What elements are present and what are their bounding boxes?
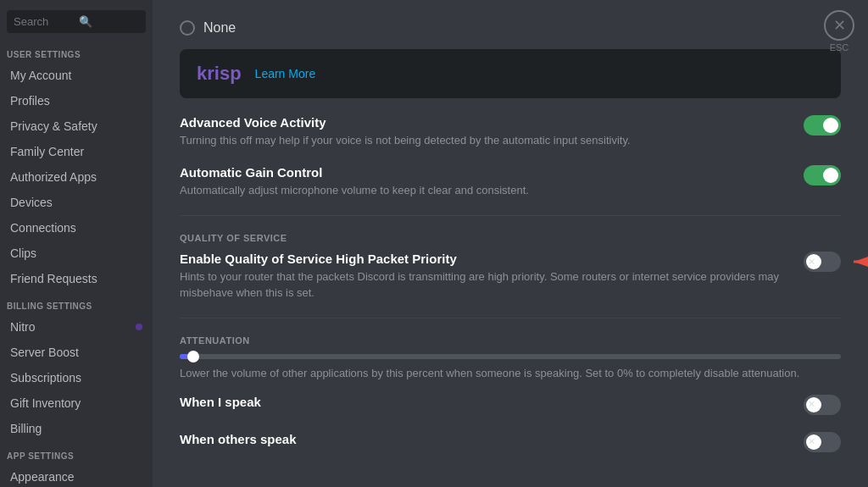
qos-section: QUALITY OF SERVICE Enable Quality of Ser… bbox=[180, 233, 841, 300]
automatic-gain-control-info: Automatic Gain Control Automatically adj… bbox=[180, 165, 804, 198]
none-radio[interactable] bbox=[180, 20, 195, 36]
sidebar-item-family-center[interactable]: Family Center bbox=[3, 140, 149, 163]
qos-info: Enable Quality of Service High Packet Pr… bbox=[180, 252, 804, 300]
red-arrow-indicator bbox=[849, 249, 868, 274]
qos-section-label: QUALITY OF SERVICE bbox=[180, 233, 841, 243]
sidebar-item-profiles[interactable]: Profiles bbox=[3, 89, 149, 113]
when-i-speak-info: When I speak bbox=[180, 395, 804, 412]
automatic-gain-control-toggle[interactable]: ✓ bbox=[804, 165, 841, 185]
attenuation-section: ATTENUATION Lower the volume of other ap… bbox=[180, 335, 841, 381]
none-option[interactable]: None bbox=[180, 20, 841, 36]
sidebar-item-friend-requests[interactable]: Friend Requests bbox=[3, 267, 149, 291]
learn-more-link[interactable]: Learn More bbox=[255, 67, 316, 80]
sidebar-item-devices[interactable]: Devices bbox=[3, 191, 149, 214]
none-label: None bbox=[203, 20, 236, 36]
krisp-banner: krisp Learn More bbox=[180, 49, 841, 98]
search-bar[interactable]: Search 🔍 bbox=[7, 10, 146, 33]
sidebar-item-nitro[interactable]: Nitro bbox=[3, 315, 149, 339]
esc-label: ESC bbox=[830, 42, 849, 53]
krisp-logo: krisp bbox=[197, 63, 242, 85]
nitro-badge bbox=[136, 324, 142, 330]
toggle-x-others: ✕ bbox=[808, 436, 815, 447]
divider-qos bbox=[180, 215, 841, 216]
main-content: ✕ ESC None krisp Learn More Advanced Voi… bbox=[153, 0, 868, 487]
slider-container[interactable] bbox=[180, 354, 841, 359]
divider-attenuation bbox=[180, 318, 841, 318]
sidebar-item-authorized-apps[interactable]: Authorized Apps bbox=[3, 165, 149, 189]
when-others-speak-info: When others speak bbox=[180, 432, 804, 450]
advanced-voice-activity-row: Advanced Voice Activity Turning this off… bbox=[180, 115, 841, 148]
sidebar-item-gift-inventory[interactable]: Gift Inventory bbox=[3, 391, 149, 415]
automatic-gain-control-desc: Automatically adjust microphone volume t… bbox=[180, 183, 787, 198]
section-app-settings: APP SETTINGS bbox=[0, 441, 153, 464]
advanced-voice-activity-info: Advanced Voice Activity Turning this off… bbox=[180, 115, 804, 148]
esc-button[interactable]: ✕ ESC bbox=[824, 10, 854, 53]
qos-toggle[interactable]: ✕ bbox=[804, 252, 841, 272]
automatic-gain-control-row: Automatic Gain Control Automatically adj… bbox=[180, 165, 841, 198]
sidebar-item-connections[interactable]: Connections bbox=[3, 216, 149, 240]
slider-thumb[interactable] bbox=[187, 351, 199, 362]
sidebar-item-server-boost[interactable]: Server Boost bbox=[3, 340, 149, 364]
sidebar-item-privacy-safety[interactable]: Privacy & Safety bbox=[3, 114, 149, 138]
toggle-x-icon: ✕ bbox=[808, 257, 815, 268]
when-others-speak-toggle[interactable]: ✕ bbox=[804, 432, 841, 452]
slider-track bbox=[180, 354, 841, 359]
sidebar-item-billing[interactable]: Billing bbox=[3, 417, 149, 440]
esc-circle: ✕ bbox=[824, 10, 854, 41]
when-others-speak-label: When others speak bbox=[180, 432, 787, 446]
sidebar-item-clips[interactable]: Clips bbox=[3, 241, 149, 265]
advanced-voice-activity-title: Advanced Voice Activity bbox=[180, 115, 787, 130]
sidebar-item-my-account[interactable]: My Account bbox=[3, 64, 149, 87]
search-icon: 🔍 bbox=[79, 15, 139, 28]
advanced-voice-activity-desc: Turning this off may help if your voice … bbox=[180, 133, 787, 148]
search-label: Search bbox=[14, 15, 74, 28]
toggle-check-icon-2: ✓ bbox=[830, 170, 837, 181]
sidebar-item-appearance[interactable]: Appearance bbox=[3, 465, 149, 487]
sidebar-item-subscriptions[interactable]: Subscriptions bbox=[3, 366, 149, 390]
toggle-check-icon: ✓ bbox=[830, 120, 837, 131]
qos-desc: Hints to your router that the packets Di… bbox=[180, 269, 787, 300]
toggle-x-speak: ✕ bbox=[808, 399, 815, 410]
qos-setting-row: Enable Quality of Service High Packet Pr… bbox=[180, 252, 841, 300]
when-i-speak-label: When I speak bbox=[180, 395, 787, 409]
section-billing-settings: BILLING SETTINGS bbox=[0, 291, 153, 314]
automatic-gain-control-title: Automatic Gain Control bbox=[180, 165, 787, 180]
attenuation-desc: Lower the volume of other applications b… bbox=[180, 366, 841, 381]
when-i-speak-row: When I speak ✕ bbox=[180, 395, 841, 415]
when-i-speak-toggle[interactable]: ✕ bbox=[804, 395, 841, 415]
qos-title: Enable Quality of Service High Packet Pr… bbox=[180, 252, 787, 266]
advanced-voice-activity-toggle[interactable]: ✓ bbox=[804, 115, 841, 136]
qos-toggle-container: ✕ bbox=[804, 252, 841, 272]
sidebar: Search 🔍 USER SETTINGS My Account Profil… bbox=[0, 0, 153, 487]
attenuation-label: ATTENUATION bbox=[180, 335, 841, 346]
section-user-settings: USER SETTINGS bbox=[0, 40, 153, 63]
when-others-speak-row: When others speak ✕ bbox=[180, 432, 841, 452]
